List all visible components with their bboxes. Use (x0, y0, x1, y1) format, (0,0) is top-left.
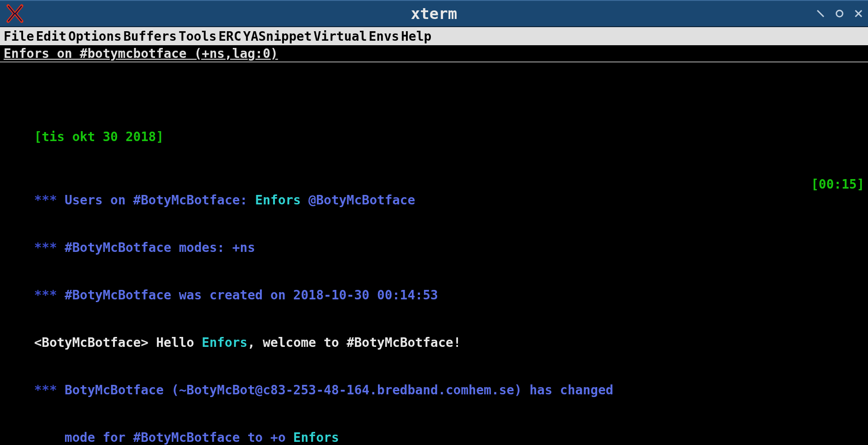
nick-bracket-close: > (141, 335, 156, 350)
header-text: Enfors on #botymcbotface (+ns,lag:0) (4, 46, 278, 62)
menu-edit[interactable]: Edit (36, 28, 66, 44)
erc-buffer[interactable]: [tis okt 30 2018] [00:15] *** Users on #… (0, 62, 868, 445)
notice-prefix: *** (34, 383, 64, 398)
menu-envs[interactable]: Envs (369, 28, 399, 44)
timestamp: [00:15] (811, 176, 864, 192)
notice-text: @BotyMcBotface (301, 193, 415, 208)
notice-text: #BotyMcBotface was created on 2018-10-30… (65, 288, 438, 303)
minimize-icon[interactable] (816, 9, 826, 19)
user-self: Enfors (202, 335, 247, 350)
maximize-icon[interactable] (835, 9, 844, 19)
window-title: xterm (411, 4, 457, 24)
menu-help[interactable]: Help (401, 28, 431, 44)
notice-text: Users on #BotyMcBotface: (65, 193, 255, 208)
user-self: Enfors (293, 430, 339, 445)
notice-prefix: *** (34, 193, 64, 208)
menu-erc[interactable]: ERC (218, 28, 241, 44)
menu-file[interactable]: File (4, 28, 34, 44)
date-header: [tis okt 30 2018] (34, 129, 164, 144)
erc-header-line: Enfors on #botymcbotface (+ns,lag:0) (0, 45, 868, 62)
notice-prefix: *** (34, 288, 64, 303)
emacs-menubar: File Edit Options Buffers Tools ERC YASn… (0, 27, 868, 45)
nick-bracket-open: < (34, 335, 42, 350)
notice-text: mode for #BotyMcBotface to +o (34, 430, 293, 445)
xterm-app-icon (5, 3, 25, 24)
menu-yasnippet[interactable]: YASnippet (243, 28, 312, 44)
notice-prefix: *** (34, 240, 64, 255)
svg-point-2 (836, 10, 843, 17)
menu-virtual[interactable]: Virtual (314, 28, 367, 44)
menu-buffers[interactable]: Buffers (123, 28, 177, 44)
speaker-nick: BotyMcBotface (42, 335, 141, 350)
menu-options[interactable]: Options (68, 28, 122, 44)
window-titlebar: xterm (0, 0, 868, 27)
user-self: Enfors (255, 193, 301, 208)
msg-text: Hello (156, 335, 202, 350)
close-icon[interactable] (854, 9, 863, 19)
svg-line-1 (817, 10, 824, 17)
notice-text: BotyMcBotface (~BotyMcBot@c83-253-48-164… (65, 383, 613, 398)
notice-text: #BotyMcBotface modes: +ns (65, 240, 255, 255)
menu-tools[interactable]: Tools (179, 28, 217, 44)
msg-text: , welcome to #BotyMcBotface! (247, 335, 461, 350)
